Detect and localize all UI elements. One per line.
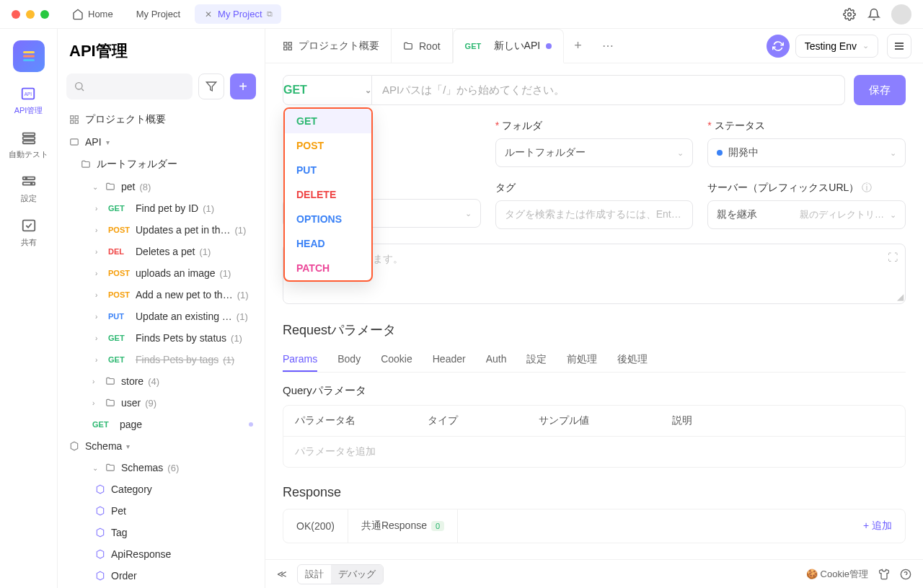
rail-auto-test[interactable]: 自動テスト xyxy=(9,129,48,160)
svg-rect-23 xyxy=(288,47,291,50)
description-textarea[interactable]: マットが使用できます。 ⛶ ◢ xyxy=(283,244,906,304)
sidebar-schema-item[interactable]: Tag xyxy=(66,522,256,543)
sidebar-endpoint[interactable]: › GET Finds Pets by status (1) xyxy=(66,327,256,349)
help-icon[interactable]: ⓘ xyxy=(862,182,872,193)
menu-button[interactable] xyxy=(887,34,911,58)
param-tab[interactable]: 設定 xyxy=(526,347,547,372)
more-tabs-button[interactable]: ⋯ xyxy=(592,39,624,53)
rail-label: 設定 xyxy=(21,193,37,204)
sidebar-endpoint[interactable]: › PUT Update an existing … (1) xyxy=(66,306,256,327)
param-tab[interactable]: Params xyxy=(283,347,317,372)
add-tab-button[interactable]: + xyxy=(564,38,592,53)
method-option-head[interactable]: HEAD xyxy=(285,231,371,256)
sidebar-api-section[interactable]: API ▾ xyxy=(66,131,256,153)
overview-icon xyxy=(69,115,81,125)
method-select[interactable]: GET ⌄ GETPOSTPUTDELETEOPTIONSHEADPATCH xyxy=(283,75,372,105)
close-window[interactable] xyxy=(12,10,20,19)
chevron-down-icon: ▾ xyxy=(126,442,135,450)
sidebar-folder-user[interactable]: › user (9) xyxy=(66,392,256,414)
sidebar-schema-item[interactable]: Category xyxy=(66,478,256,500)
param-tab[interactable]: Header xyxy=(433,347,466,372)
param-tab[interactable]: 前処理 xyxy=(567,347,597,372)
collapse-icon[interactable]: ≪ xyxy=(277,569,287,579)
method-option-put[interactable]: PUT xyxy=(285,158,371,182)
rail-share[interactable]: 共有 xyxy=(20,217,37,248)
chevron-down-icon: ▾ xyxy=(106,138,115,146)
sidebar-schema-item[interactable]: Pet xyxy=(66,500,256,522)
method-option-patch[interactable]: PATCH xyxy=(285,256,371,280)
folder-icon xyxy=(105,463,117,473)
titlebar-tab-project-2[interactable]: ✕ My Project ⧉ xyxy=(195,4,281,24)
resp-common-label: 共通Response xyxy=(361,520,427,533)
settings-icon[interactable] xyxy=(842,7,857,22)
sidebar-endpoint[interactable]: › POST Add a new pet to th… (1) xyxy=(66,284,256,306)
titlebar-tab-home[interactable]: Home xyxy=(63,4,122,24)
titlebar-tab-project-1[interactable]: My Project xyxy=(128,4,189,24)
server-select[interactable]: 親を継承 親のディレクトリ… ⌄ xyxy=(707,200,906,229)
help-icon[interactable] xyxy=(900,569,911,580)
param-tab[interactable]: Auth xyxy=(486,347,507,372)
chevron-right-icon: › xyxy=(95,313,104,321)
response-add-button[interactable]: + 追加 xyxy=(850,520,905,533)
resize-handle[interactable]: ◢ xyxy=(897,292,904,302)
sidebar-endpoint-page[interactable]: GET page xyxy=(66,414,256,435)
main-tab-overview[interactable]: プロジェクト概要 xyxy=(271,29,392,63)
param-tab[interactable]: Body xyxy=(337,347,361,372)
method-tag: GET xyxy=(465,42,488,50)
tag-input[interactable]: タグを検索または作成するには、Ent… xyxy=(495,200,694,229)
response-tab-common[interactable]: 共通Response 0 xyxy=(348,509,458,543)
sidebar-endpoint[interactable]: › POST Updates a pet in th… (1) xyxy=(66,219,256,241)
add-button[interactable]: + xyxy=(230,74,256,99)
main-tab-new-api[interactable]: GET 新しいAPI xyxy=(453,29,565,63)
save-button[interactable]: 保存 xyxy=(854,75,906,105)
expand-icon[interactable]: ⛶ xyxy=(888,251,898,263)
method-option-options[interactable]: OPTIONS xyxy=(285,207,371,231)
chevron-down-icon: ⌄ xyxy=(365,86,371,95)
request-section-title: Requestパラメータ xyxy=(283,321,906,339)
shirt-icon[interactable] xyxy=(878,569,890,580)
param-add-row[interactable]: パラメータを追加 xyxy=(283,437,905,467)
sidebar-folder-schemas[interactable]: ⌄ Schemas (6) xyxy=(66,457,256,478)
path-input[interactable]: APIパスは「/」から始めてください。 xyxy=(372,75,845,105)
sidebar-schema-section[interactable]: Schema ▾ xyxy=(66,435,256,457)
method-option-delete[interactable]: DELETE xyxy=(285,182,371,207)
cookie-manager-button[interactable]: 🍪 Cookie管理 xyxy=(806,568,868,581)
sidebar-schema-item[interactable]: ApiResponse xyxy=(66,543,256,565)
sidebar-endpoint[interactable]: › DEL Deletes a pet (1) xyxy=(66,241,256,262)
sidebar-endpoint[interactable]: › GET Finds Pets by tags (1) xyxy=(66,349,256,370)
environment-selector[interactable]: Testing Env ⌄ xyxy=(795,35,878,58)
minimize-window[interactable] xyxy=(26,10,35,19)
param-tab[interactable]: 後処理 xyxy=(617,347,648,372)
avatar[interactable] xyxy=(891,4,911,24)
sidebar-folder-pet[interactable]: ⌄ pet (8) xyxy=(66,176,256,197)
app-logo[interactable] xyxy=(13,40,45,72)
placeholder: APIパスは「/」から始めてください。 xyxy=(382,84,565,97)
sidebar-endpoint[interactable]: › POST uploads an image (1) xyxy=(66,262,256,284)
sidebar-root-folder[interactable]: ルートフォルダー xyxy=(66,153,256,176)
sidebar-folder-store[interactable]: › store (4) xyxy=(66,370,256,392)
bell-icon[interactable] xyxy=(867,7,881,22)
footer-tab-debug[interactable]: デバッグ xyxy=(331,565,383,584)
rail-api-management[interactable]: API API管理 xyxy=(14,85,43,116)
tab-label: プロジェクト概要 xyxy=(299,40,379,53)
maximize-window[interactable] xyxy=(40,10,49,19)
folder-select[interactable]: ルートフォルダー ⌄ xyxy=(495,138,694,167)
refresh-button[interactable] xyxy=(767,35,790,58)
close-icon[interactable]: ✕ xyxy=(203,9,213,19)
sidebar-endpoint[interactable]: › GET Find pet by ID (1) xyxy=(66,197,256,219)
footer-tab-design[interactable]: 設計 xyxy=(298,565,331,584)
sidebar-schema-item[interactable]: Order xyxy=(66,565,256,587)
search-input[interactable] xyxy=(66,74,193,99)
sidebar-project-overview[interactable]: プロジェクト概要 xyxy=(66,108,256,131)
response-tab-ok[interactable]: OK(200) xyxy=(283,509,348,543)
svg-rect-10 xyxy=(22,182,35,185)
main-tab-root[interactable]: Root xyxy=(392,29,453,63)
endpoint-name: uploads an image xyxy=(136,267,216,279)
method-option-get[interactable]: GET xyxy=(285,109,371,133)
status-select[interactable]: 開発中 ⌄ xyxy=(707,138,906,167)
rail-settings[interactable]: 設定 xyxy=(20,173,37,204)
tree-count: (8) xyxy=(139,182,151,192)
filter-button[interactable] xyxy=(198,74,224,99)
param-tab[interactable]: Cookie xyxy=(381,347,412,372)
method-option-post[interactable]: POST xyxy=(285,133,371,158)
